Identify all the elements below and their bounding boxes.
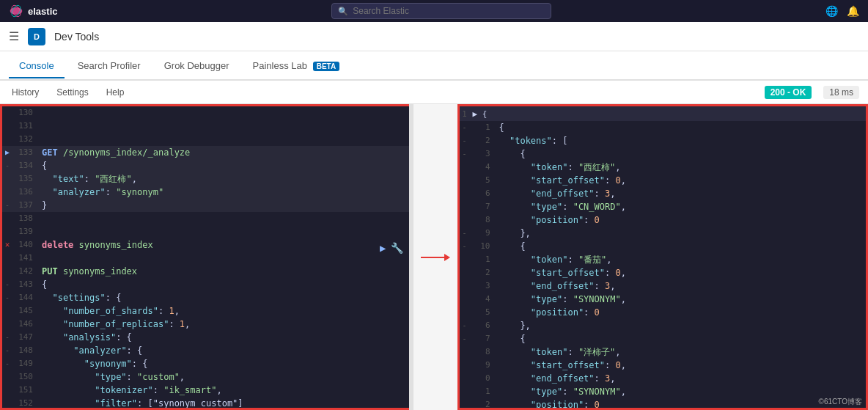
- response-line: 8 "token": "洋柿子",: [460, 345, 867, 359]
- tab-bar: Console Search Profiler Grok Debugger Pa…: [0, 51, 868, 81]
- app-header: ☰ D Dev Tools: [0, 22, 868, 51]
- response-line: 3 "end_offset": 3,: [460, 279, 867, 293]
- notification-icon[interactable]: 🔔: [847, 5, 859, 17]
- wrench-icon[interactable]: 🔧: [391, 242, 403, 254]
- response-line: 2 "position": 0: [460, 398, 867, 410]
- response-line: 4 "type": "SYNONYM",: [460, 293, 867, 306]
- response-line: 9 "start_offset": 0,: [460, 359, 867, 372]
- editor-line: 131: [2, 120, 409, 133]
- toolbar: History Settings Help 200 - OK 18 ms: [0, 81, 868, 104]
- response-line: -1{: [460, 121, 867, 134]
- editor-line: 146 "number_of_replicas": 1,: [2, 318, 409, 331]
- arrow-icon: [421, 250, 450, 265]
- tab-search-profiler[interactable]: Search Profiler: [67, 54, 151, 78]
- editor-line: 136 "analyzer": "synonym": [2, 186, 409, 199]
- time-badge: 18 ms: [823, 86, 859, 99]
- elastic-logo: elastic: [9, 4, 57, 18]
- app-title: Dev Tools: [54, 31, 99, 43]
- svg-marker-4: [444, 254, 450, 261]
- tab-grok-debugger[interactable]: Grok Debugger: [154, 54, 240, 78]
- run-icon[interactable]: ▶: [380, 242, 386, 254]
- editor-line: -144 "settings": {: [2, 291, 409, 304]
- response-line: 4 "token": "西红柿",: [460, 161, 867, 174]
- app-badge: D: [28, 28, 45, 45]
- response-line: -7 {: [460, 332, 867, 345]
- top-navigation: elastic 🔍 🌐 🔔: [0, 0, 868, 22]
- logo-text: elastic: [28, 6, 57, 17]
- editor-line: 130: [2, 106, 409, 120]
- response-line: -9 },: [460, 227, 867, 240]
- watermark: ©61CTO博客: [819, 397, 862, 407]
- response-line: 1 "token": "番茄",: [460, 253, 867, 266]
- editor-line: 150 "type": "custom",: [2, 370, 409, 384]
- editor-line: 135 "text": "西红柿",: [2, 172, 409, 186]
- editor-line: -147 "analysis": {: [2, 331, 409, 344]
- main-content: 130 131 132 ▶133GET /synonyms_index/_ana…: [0, 104, 868, 410]
- editor-line: 151 "tokenizer": "ik_smart",: [2, 384, 409, 397]
- editor-line: 152 "filter": ["synonym_custom"]: [2, 397, 409, 410]
- top-nav-icons: 🌐 🔔: [825, 5, 859, 17]
- global-search-bar[interactable]: 🔍: [331, 3, 551, 19]
- tab-painless-lab[interactable]: Painless Lab BETA: [243, 54, 350, 78]
- response-line: 5 "position": 0: [460, 306, 867, 319]
- editor-panel[interactable]: 130 131 132 ▶133GET /synonyms_index/_ana…: [0, 104, 409, 410]
- editor-line: 138: [2, 212, 409, 225]
- run-icons: ▶ 🔧: [380, 242, 402, 254]
- response-line: 8 "position": 0: [460, 213, 867, 227]
- response-line: 6 "end_offset": 3,: [460, 187, 867, 200]
- response-line: 2 "start_offset": 0,: [460, 266, 867, 279]
- editor-line: 145 "number_of_shards": 1,: [2, 304, 409, 318]
- response-line: -3 {: [460, 147, 867, 161]
- editor-line: ▶133GET /synonyms_index/_analyze: [2, 146, 409, 159]
- editor-line: 132: [2, 133, 409, 146]
- response-line: 5 "start_offset": 0,: [460, 174, 867, 187]
- status-badge: 200 - OK: [765, 86, 812, 99]
- help-button[interactable]: Help: [103, 86, 128, 99]
- response-line: -2 "tokens": [: [460, 134, 867, 147]
- beta-badge: BETA: [313, 62, 339, 71]
- editor-line: 141: [2, 252, 409, 265]
- editor-line: 142PUT synonyms_index: [2, 265, 409, 278]
- editor-content: 130 131 132 ▶133GET /synonyms_index/_ana…: [2, 106, 409, 410]
- history-button[interactable]: History: [9, 86, 42, 99]
- editor-line: -149 "synonym": {: [2, 357, 409, 370]
- response-line: -10 {: [460, 240, 867, 253]
- elastic-logo-icon: [9, 4, 23, 18]
- response-line: 7 "type": "CN_WORD",: [460, 200, 867, 213]
- search-input[interactable]: [353, 6, 545, 16]
- response-line: -6 },: [460, 319, 867, 332]
- editor-line: 139: [2, 225, 409, 238]
- settings-button[interactable]: Settings: [54, 86, 91, 99]
- response-line: 0 "end_offset": 3,: [460, 372, 867, 385]
- editor-line: -143{: [2, 278, 409, 291]
- arrow-container: [413, 104, 457, 410]
- tab-console[interactable]: Console: [9, 54, 65, 78]
- response-line: 1 "type": "SYNONYM",: [460, 385, 867, 398]
- editor-line: -148 "analyzer": {: [2, 344, 409, 357]
- editor-line: -134{: [2, 159, 409, 172]
- hamburger-menu[interactable]: ☰: [9, 29, 19, 43]
- editor-line: ✕140delete synonyms_index: [2, 238, 409, 252]
- response-panel[interactable]: 1▶ {-1{-2 "tokens": [-3 {4 "token": "西红柿…: [457, 104, 869, 410]
- globe-icon[interactable]: 🌐: [825, 5, 838, 17]
- editor-line: -137}: [2, 199, 409, 212]
- tab-painless-lab-label: Painless Lab: [253, 60, 307, 71]
